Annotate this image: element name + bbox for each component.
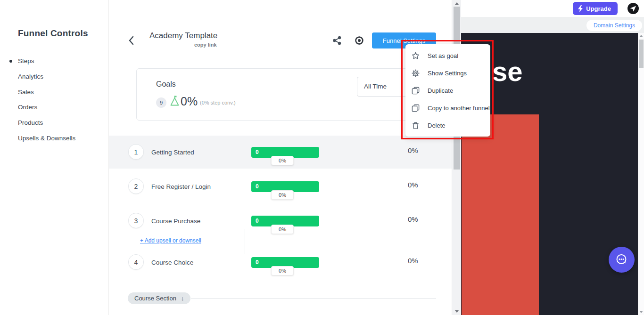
lightning-bolt-icon	[578, 5, 583, 12]
sidebar-item-sales[interactable]: Sales	[18, 89, 34, 96]
domain-bar: Domain Settings	[461, 17, 644, 33]
step-number-badge[interactable]: 1	[128, 144, 144, 160]
step-conversion: 0%	[408, 257, 418, 265]
menu-item-set-as-goal[interactable]: Set as goal	[405, 47, 490, 65]
step-percent-pill: 0%	[271, 156, 294, 165]
step-row-2: 2 Free Register / Login 0 0% 0%	[109, 170, 452, 203]
trash-icon	[412, 121, 420, 129]
copy-icon	[412, 104, 420, 112]
scroll-up-arrow-icon[interactable]	[639, 35, 643, 37]
active-indicator-dot	[9, 60, 12, 63]
step-label[interactable]: Course Purchase	[151, 218, 200, 225]
preview-heading-fragment: se	[492, 56, 523, 87]
section-collapse-arrow-icon: ↓	[181, 295, 184, 302]
step-label[interactable]: Getting Started	[151, 149, 194, 156]
goal-percent: 0%	[181, 95, 198, 108]
goal-count-badge: 9	[156, 97, 166, 108]
chat-widget-button[interactable]	[609, 247, 635, 273]
sidebar-item-steps[interactable]: Steps	[18, 57, 34, 65]
goal-step-conversion-note: (0% step conv.)	[200, 100, 236, 105]
upgrade-button[interactable]: Upgrade	[573, 2, 618, 15]
menu-item-show-settings[interactable]: Show Settings	[405, 65, 490, 82]
chat-bubble-icon	[614, 252, 629, 267]
preview-scrollbar[interactable]	[638, 33, 644, 315]
step-number-badge[interactable]: 4	[128, 254, 144, 270]
sidebar-item-products[interactable]: Products	[18, 119, 43, 126]
menu-item-duplicate[interactable]: Duplicate	[405, 82, 490, 99]
scroll-down-arrow-icon[interactable]	[455, 310, 459, 313]
goal-flag-icon	[170, 95, 180, 106]
star-icon	[412, 52, 420, 60]
funnel-settings-context-menu: Set as goal Show Settings Duplicate	[405, 44, 490, 137]
copy-icon	[412, 87, 420, 95]
step-conversion: 0%	[408, 181, 418, 189]
section-divider-line	[191, 298, 436, 299]
sidebar-title: Funnel Controls	[18, 28, 88, 39]
course-section-label: Course Section	[134, 295, 176, 302]
step-number-badge[interactable]: 3	[128, 213, 144, 228]
step-number-badge[interactable]: 2	[128, 178, 144, 194]
sidebar-item-orders[interactable]: Orders	[18, 104, 37, 111]
step-conversion: 0%	[408, 146, 418, 154]
sidebar-item-upsells-downsells[interactable]: Upsells & Downsells	[18, 135, 75, 142]
scroll-up-arrow-icon[interactable]	[455, 2, 459, 5]
step-conversion: 0%	[408, 215, 418, 223]
page-title: Academy Template	[149, 31, 217, 40]
step-percent-pill: 0%	[271, 190, 294, 200]
step-row-4: 4 Course Choice 0 0% 0%	[109, 246, 452, 279]
step-label[interactable]: Course Choice	[151, 259, 193, 266]
copy-link[interactable]: copy link	[194, 42, 217, 48]
back-chevron-icon[interactable]	[128, 36, 135, 45]
step-percent-pill: 0%	[271, 266, 294, 275]
domain-settings-link[interactable]: Domain Settings	[586, 20, 642, 31]
preview-coral-block	[462, 114, 539, 315]
step-label[interactable]: Free Register / Login	[151, 183, 211, 190]
menu-item-copy-to-another-funnel[interactable]: Copy to another funnel	[405, 99, 490, 117]
step-row-1: 1 Getting Started 0 0% 0%	[109, 136, 452, 169]
step-percent-pill: 0%	[271, 225, 294, 234]
main-panel: Academy Template copy link Funnel Settin…	[109, 0, 452, 315]
goals-title: Goals	[156, 80, 176, 89]
sidebar: Funnel Controls Steps Analytics Sales Or…	[0, 0, 109, 315]
course-section-pill[interactable]: Course Section↓	[128, 292, 190, 304]
scroll-down-arrow-icon[interactable]	[639, 311, 643, 313]
topbar: Upgrade	[461, 0, 644, 17]
globe-icon[interactable]	[627, 2, 639, 15]
share-icon[interactable]	[332, 36, 342, 45]
eye-icon[interactable]	[354, 35, 364, 46]
gear-icon	[412, 69, 420, 77]
sidebar-item-analytics[interactable]: Analytics	[18, 73, 43, 80]
topbar-divider	[623, 3, 623, 14]
preview-scrollbar-thumb[interactable]	[639, 40, 644, 68]
add-upsell-link[interactable]: + Add upsell or downsell	[140, 237, 201, 244]
menu-item-delete[interactable]: Delete	[405, 117, 490, 134]
